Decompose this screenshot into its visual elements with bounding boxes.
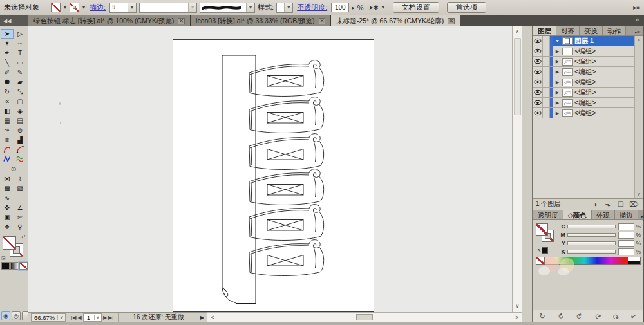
scroll-up-icon[interactable]: ∧ <box>513 28 522 37</box>
panel-menu-icon[interactable]: ▾≡ <box>632 30 643 35</box>
document-tab-1[interactable]: 绿色按钮 标志 [转换].ai* @ 100% (CMYK/预览) ✕ <box>28 15 191 26</box>
close-icon[interactable]: ✕ <box>319 18 326 24</box>
tab-transparency[interactable]: 透明度 <box>533 210 564 219</box>
tab-align[interactable]: 对齐 <box>556 26 580 35</box>
channel-slider[interactable] <box>567 225 616 228</box>
tool-blob-brush[interactable]: ⚈ <box>1 77 14 87</box>
tool-free-transform[interactable]: ▢ <box>14 97 26 106</box>
scroll-right-icon[interactable]: > <box>513 313 522 322</box>
tool-artboard-target[interactable]: ⊕ <box>1 164 26 174</box>
preferences-button[interactable]: 首选项 <box>447 2 486 13</box>
expand-triangle-icon[interactable]: ▶ <box>554 90 560 95</box>
visibility-eye-icon[interactable] <box>533 57 543 66</box>
expand-triangle-icon[interactable]: ▶ <box>554 59 560 64</box>
default-fill-stroke-icon[interactable]: ◲ <box>1 255 6 261</box>
artboard-number-combo[interactable]: 1 ∨ <box>83 313 102 322</box>
tool-type[interactable]: T <box>14 48 26 58</box>
layer-row-group-2[interactable]: ▶<编组>○ <box>533 57 643 67</box>
width-profile-combo[interactable]: ▾ <box>139 3 197 13</box>
tool-lasso[interactable]: ∽ <box>14 39 26 48</box>
document-setup-button[interactable]: 文档设置 <box>393 2 439 13</box>
tool-paintbrush[interactable]: ✐ <box>1 68 14 77</box>
tab-stroke[interactable]: 描边 <box>615 210 638 219</box>
channel-slider[interactable] <box>567 241 616 245</box>
expand-triangle-icon[interactable]: ▶ <box>554 111 560 116</box>
tool-zoom-tool[interactable]: ⚲ <box>14 222 26 232</box>
tool-blend[interactable]: ⊚ <box>14 125 26 135</box>
zoom-level-combo[interactable]: 66.67% ∨ <box>31 313 66 322</box>
opacity-link[interactable]: 不透明度: <box>297 3 327 12</box>
layer-row-group-7[interactable]: ▶<编组>○ <box>533 108 643 118</box>
horizontal-scroll-thumb[interactable] <box>356 314 373 320</box>
visibility-eye-icon[interactable] <box>533 108 543 118</box>
tool-shape-builder[interactable]: ◧ <box>1 106 14 116</box>
chevron-down-icon[interactable]: ▾ <box>284 3 292 12</box>
lock-toggle[interactable] <box>543 108 550 118</box>
make-clipping-mask-button[interactable]: ◑ <box>589 201 601 208</box>
visibility-eye-icon[interactable] <box>533 36 543 46</box>
tool-symbol-sprayer[interactable]: ✵ <box>1 135 14 145</box>
expand-triangle-icon[interactable]: ▶ <box>554 49 560 54</box>
tool-pen[interactable]: ✒ <box>1 48 14 58</box>
tab-appearance[interactable]: 外观 <box>592 210 615 219</box>
tab-layers[interactable]: 图层 <box>533 26 556 35</box>
channel-slider[interactable] <box>567 233 616 237</box>
channel-value-input[interactable] <box>618 223 634 230</box>
brush-definition-combo[interactable]: ▾ <box>200 3 255 13</box>
scroll-left-icon[interactable]: < <box>208 313 217 322</box>
visibility-eye-icon[interactable] <box>533 88 543 97</box>
spin-4-icon[interactable]: ↻ <box>592 311 602 320</box>
tool-eyedropper[interactable]: ✑ <box>1 125 14 135</box>
tool-measure[interactable]: ∠ <box>14 203 26 212</box>
tool-live-paint-bucket[interactable]: ◈ <box>14 106 26 116</box>
prev-artboard-icon[interactable]: ◀ <box>77 315 81 320</box>
fill-none-proxy[interactable] <box>536 223 548 236</box>
dock-expand-icon[interactable]: » <box>635 15 644 26</box>
stroke-none-swatch[interactable] <box>70 3 79 12</box>
expand-triangle-icon[interactable]: ▶ <box>554 70 560 75</box>
opacity-stepper-icon[interactable]: ▸ <box>352 5 355 11</box>
tool-selection[interactable]: ➤ <box>1 29 14 39</box>
expand-triangle-icon[interactable]: ▶ <box>554 80 560 85</box>
next-artboard-icon[interactable]: ▶ <box>103 315 107 320</box>
chevron-down-icon[interactable]: ∨ <box>94 315 101 320</box>
lock-toggle[interactable] <box>543 67 550 77</box>
horizontal-scrollbar[interactable]: < > <box>207 312 522 322</box>
fill-color-none[interactable] <box>3 236 16 250</box>
lock-toggle[interactable] <box>543 77 550 87</box>
tool-column-graph[interactable]: ▟ <box>14 135 26 145</box>
layer-row-group-3[interactable]: ▶<编组>○ <box>533 67 643 77</box>
tool-flag-warp[interactable]: ≀ <box>14 174 26 183</box>
tool-measure-dropper[interactable]: ✜ <box>1 203 14 212</box>
scroll-down-icon[interactable]: ∨ <box>635 192 643 197</box>
chevron-down-icon[interactable]: ∨ <box>57 315 65 320</box>
tool-direct-selection[interactable]: ▷ <box>14 29 26 39</box>
spectrum-gradient[interactable] <box>545 257 628 264</box>
stroke-dropdown-icon[interactable]: ▾ <box>82 5 86 10</box>
fill-none-swatch[interactable] <box>51 3 61 12</box>
spin-1-icon[interactable]: ↻ <box>540 312 545 320</box>
color-spectrum-bar[interactable] <box>536 257 641 265</box>
arrow-ne-icon[interactable]: ↗ <box>629 311 638 320</box>
spin-2-icon[interactable]: ↻ <box>556 311 565 321</box>
chevron-down-icon[interactable]: ▾ <box>128 3 136 12</box>
tool-hand[interactable]: ❖ <box>1 222 14 232</box>
visibility-eye-icon[interactable] <box>533 67 543 77</box>
tool-slice[interactable]: ✄ <box>14 212 26 222</box>
tool-line-segment[interactable]: ╲ <box>1 58 14 68</box>
last-color-proxy[interactable]: ↖ <box>537 247 548 254</box>
swap-fill-stroke-icon[interactable]: ⇄ <box>21 234 26 239</box>
tool-perspective-grid[interactable]: ▦ <box>1 116 14 125</box>
visibility-eye-icon[interactable] <box>533 77 543 87</box>
draw-behind-button[interactable]: ◎ <box>12 311 21 320</box>
create-sublayer-button[interactable]: ⬎ <box>601 201 614 208</box>
control-bar-menu-icon[interactable]: ▸≡ <box>633 4 640 11</box>
delete-layer-button[interactable]: ⌦ <box>627 201 640 208</box>
scroll-up-icon[interactable]: ∧ <box>635 37 643 42</box>
tool-sketch-hand[interactable]: ▨ <box>14 183 26 193</box>
draw-normal-button[interactable]: ◉ <box>1 311 10 320</box>
opacity-input[interactable]: 100 <box>331 3 349 12</box>
lock-toggle[interactable] <box>543 88 550 97</box>
tool-eraser[interactable]: ▰ <box>14 77 26 87</box>
layer-row-group-5[interactable]: ▶<编组>○ <box>533 88 643 98</box>
